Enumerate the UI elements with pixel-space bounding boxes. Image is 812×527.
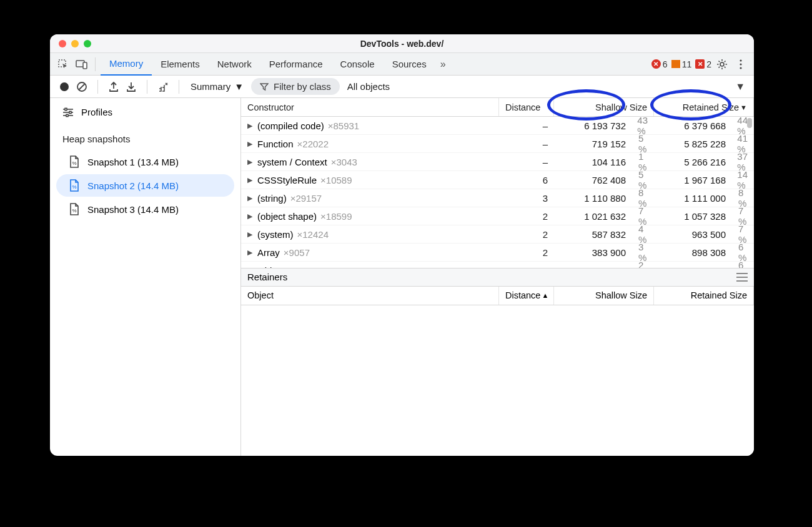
kebab-menu-icon[interactable] [733,56,749,72]
retainers-menu-icon[interactable] [736,273,748,282]
object-filter-dropdown[interactable]: All objects [341,79,396,94]
svg-rect-21 [69,111,71,113]
retainers-header-distance[interactable]: Distance ▲ [499,287,554,305]
tab-network[interactable]: Network [209,53,260,76]
retainers-section-header: Retainers [241,268,754,287]
table-row[interactable]: ▶ Array ×9057 2 383 900 3 % 898 308 6 % [241,244,754,262]
tab-performance[interactable]: Performance [260,53,332,76]
expand-icon[interactable]: ▶ [247,194,254,202]
chevron-down-icon: ▼ [234,81,244,92]
expand-icon[interactable]: ▶ [247,176,254,184]
distance-cell: 2 [499,244,554,261]
distance-cell: 2 [499,207,554,225]
svg-line-16 [79,84,85,90]
instance-count: ×4032 [288,265,314,268]
extension-error-icon: ✕ [695,59,705,69]
header-distance[interactable]: Distance [499,98,554,116]
retainers-header-object[interactable]: Object [241,287,499,305]
retained-size-cell: 792 404 [654,262,732,268]
tab-console[interactable]: Console [332,53,384,76]
window-close-button[interactable] [59,40,66,47]
chevron-down-icon[interactable]: ▼ [735,81,751,92]
scrollbar[interactable] [746,117,753,268]
window-zoom-button[interactable] [84,40,91,47]
retained-size-cell: 963 500 [654,225,732,243]
view-mode-dropdown[interactable]: Summary ▼ [184,79,250,94]
header-constructor[interactable]: Constructor [241,98,499,116]
tab-elements[interactable]: Elements [152,53,209,76]
errors-badge[interactable]: ✕ 6 [651,59,668,69]
expand-icon[interactable]: ▶ [247,230,254,239]
table-row[interactable]: ▶ (string) ×29157 3 1 110 880 8 % 1 111 … [241,189,754,207]
panel-tabs: MemoryElementsNetworkPerformanceConsoleS… [50,53,754,76]
sort-desc-icon: ▼ [740,104,747,111]
snapshot-item[interactable]: % Snapshot 3 (14.4 MB) [56,198,234,220]
shallow-size-cell: 719 152 [554,135,632,152]
svg-point-12 [740,59,741,61]
distance-cell: – [499,117,554,134]
inspect-icon[interactable] [55,56,71,72]
error-count: 6 [663,59,668,69]
warnings-badge[interactable]: 11 [671,59,692,69]
import-button[interactable] [123,79,139,95]
instance-count: ×9057 [284,247,310,258]
device-toggle-icon[interactable] [74,56,90,72]
record-button[interactable] [56,79,72,95]
window-minimize-button[interactable] [71,40,79,47]
separator [179,80,179,94]
filter-icon [260,82,269,91]
snapshot-file-icon: % [69,155,80,168]
filter-label: Filter by class [274,81,331,92]
snapshot-file-icon: % [69,203,80,215]
separator [147,80,147,94]
constructor-name: Object [257,265,284,268]
header-retained-label: Retained Size [683,102,739,112]
table-row[interactable]: ▶ (system) ×12424 2 587 832 4 % 963 500 … [241,225,754,244]
export-button[interactable] [106,79,122,95]
clear-button[interactable] [74,79,90,95]
svg-line-11 [725,61,726,62]
filter-by-class[interactable]: Filter by class [251,78,340,95]
extensions-badge[interactable]: ✕ 2 [695,59,711,69]
expand-icon[interactable]: ▶ [247,122,254,130]
snapshot-item[interactable]: % Snapshot 2 (14.4 MB) [56,174,234,197]
table-row[interactable]: ▶ CSSStyleRule ×10589 6 762 408 5 % 1 96… [241,171,754,189]
tab-sources[interactable]: Sources [384,53,435,76]
snapshot-item[interactable]: % Snapshot 1 (13.4 MB) [56,150,234,173]
table-row[interactable]: ▶ (compiled code) ×85931 – 6 193 732 43 … [241,117,754,135]
table-row[interactable]: ▶ (object shape) ×18599 2 1 021 632 7 % … [241,207,754,225]
more-tabs-icon[interactable]: » [438,59,448,70]
shallow-size-cell: 1 021 632 [554,207,632,225]
table-row[interactable]: ▶ Function ×22022 – 719 152 5 % 5 825 22… [241,135,754,153]
traffic-lights [59,40,91,47]
settings-icon[interactable] [714,56,730,72]
expand-icon[interactable]: ▶ [247,140,254,148]
header-retained-size[interactable]: Retained Size ▼ [654,98,754,116]
table-row[interactable]: ▶ system / Context ×3043 – 104 116 1 % 5… [241,153,754,171]
header-shallow-size[interactable]: Shallow Size [554,98,654,116]
constructor-cell: ▶ CSSStyleRule ×10589 [241,171,499,189]
shallow-size-cell: 1 110 880 [554,189,632,207]
retainers-header-shallow[interactable]: Shallow Size [554,287,654,305]
retained-size-cell: 5 825 228 [654,135,732,152]
constructor-table-body[interactable]: ▶ (compiled code) ×85931 – 6 193 732 43 … [241,117,754,268]
svg-point-13 [740,63,741,65]
collect-garbage-button[interactable] [155,79,171,95]
tab-memory[interactable]: Memory [101,53,152,76]
svg-rect-2 [83,62,87,69]
constructor-cell: ▶ system / Context ×3043 [241,153,499,170]
table-row[interactable]: ▶ Object ×4032 2 224 032 2 % 792 404 6 % [241,262,754,268]
profiles-row[interactable]: Profiles [50,102,240,122]
shallow-pct-cell: 5 % [632,171,654,189]
retained-size-cell: 1 111 000 [654,189,732,207]
constructor-name: Function [257,139,294,149]
expand-icon[interactable]: ▶ [247,267,254,268]
expand-icon[interactable]: ▶ [247,212,254,220]
expand-icon[interactable]: ▶ [247,158,254,166]
retainers-header-retained[interactable]: Retained Size [654,287,754,305]
expand-icon[interactable]: ▶ [247,249,254,257]
separator [95,57,96,71]
retainers-table-header: Object Distance ▲ Shallow Size Retained … [241,287,754,305]
retained-size-cell: 5 266 216 [654,153,732,170]
instance-count: ×3043 [331,157,357,167]
